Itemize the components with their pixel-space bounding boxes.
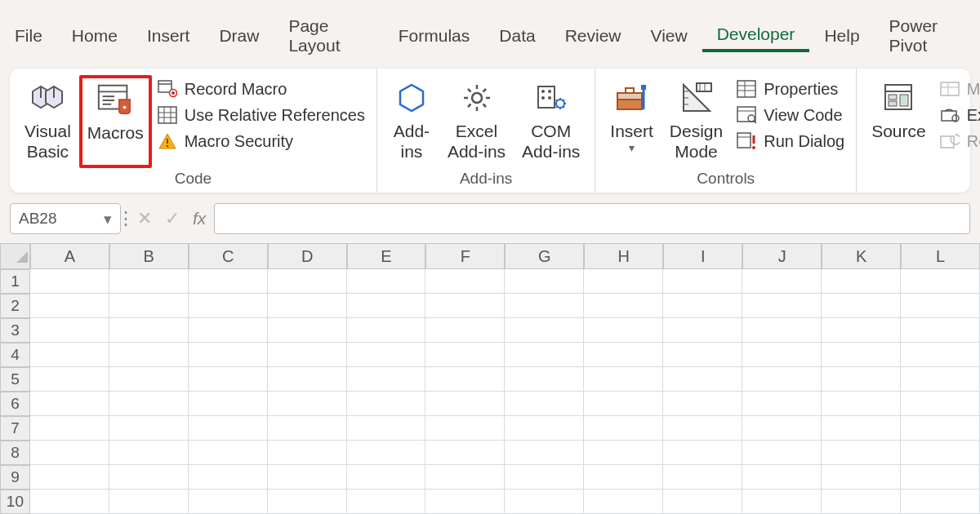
cell[interactable] bbox=[822, 318, 901, 343]
cell[interactable] bbox=[822, 465, 901, 490]
enter-icon[interactable]: ✓ bbox=[165, 208, 180, 229]
row-header-8[interactable]: 8 bbox=[0, 441, 30, 465]
row-header-1[interactable]: 1 bbox=[0, 269, 30, 294]
cell[interactable] bbox=[584, 318, 663, 343]
cell[interactable] bbox=[189, 416, 268, 441]
cell[interactable] bbox=[268, 367, 347, 392]
cell[interactable] bbox=[347, 343, 426, 367]
cell[interactable] bbox=[109, 465, 189, 490]
cell[interactable] bbox=[584, 416, 663, 441]
cell[interactable] bbox=[347, 318, 426, 343]
cell[interactable] bbox=[189, 343, 268, 367]
cell[interactable] bbox=[584, 367, 663, 392]
cell[interactable] bbox=[505, 392, 584, 416]
col-header-B[interactable]: B bbox=[109, 243, 189, 269]
cell[interactable] bbox=[901, 465, 980, 490]
tab-view[interactable]: View bbox=[636, 21, 702, 51]
cell[interactable] bbox=[742, 392, 822, 416]
cell[interactable] bbox=[505, 490, 584, 514]
cell[interactable] bbox=[189, 441, 268, 465]
cell[interactable] bbox=[505, 441, 584, 465]
cell[interactable] bbox=[347, 392, 426, 416]
cell[interactable] bbox=[189, 392, 268, 416]
cell[interactable] bbox=[109, 490, 189, 514]
cell[interactable] bbox=[822, 367, 901, 392]
cell[interactable] bbox=[268, 294, 347, 318]
cell[interactable] bbox=[822, 416, 901, 441]
tab-review[interactable]: Review bbox=[550, 21, 636, 51]
col-header-K[interactable]: K bbox=[822, 243, 901, 269]
cell[interactable] bbox=[742, 318, 822, 343]
cell[interactable] bbox=[109, 318, 189, 343]
cell[interactable] bbox=[584, 343, 663, 367]
cell[interactable] bbox=[663, 490, 742, 514]
col-header-A[interactable]: A bbox=[30, 243, 109, 269]
cell[interactable] bbox=[663, 343, 742, 367]
cell[interactable] bbox=[109, 367, 189, 392]
cell[interactable] bbox=[30, 441, 109, 465]
cell[interactable] bbox=[822, 343, 901, 367]
cell[interactable] bbox=[347, 367, 426, 392]
cell[interactable] bbox=[822, 269, 901, 294]
cell[interactable] bbox=[30, 490, 109, 514]
cell[interactable] bbox=[505, 416, 584, 441]
col-header-C[interactable]: C bbox=[189, 243, 268, 269]
cell[interactable] bbox=[505, 269, 584, 294]
cell[interactable] bbox=[109, 294, 189, 318]
cell[interactable] bbox=[189, 490, 268, 514]
cell[interactable] bbox=[30, 416, 109, 441]
cell[interactable] bbox=[901, 392, 980, 416]
insert-control-button[interactable]: Insert ▾ bbox=[602, 75, 662, 168]
cell[interactable] bbox=[347, 416, 426, 441]
cell[interactable] bbox=[663, 392, 742, 416]
cell[interactable] bbox=[268, 416, 347, 441]
cell[interactable] bbox=[505, 318, 584, 343]
col-header-D[interactable]: D bbox=[268, 243, 347, 269]
cell[interactable] bbox=[268, 269, 347, 294]
cell[interactable] bbox=[347, 441, 426, 465]
row-header-10[interactable]: 10 bbox=[0, 490, 30, 514]
formula-input[interactable] bbox=[214, 203, 970, 234]
cell[interactable] bbox=[268, 392, 347, 416]
cell[interactable] bbox=[268, 343, 347, 367]
cell[interactable] bbox=[901, 269, 980, 294]
excel-addins-button[interactable]: Excel Add-ins bbox=[439, 75, 514, 168]
record-macro-button[interactable]: Record Macro bbox=[157, 78, 365, 100]
cell[interactable] bbox=[742, 294, 822, 318]
cell[interactable] bbox=[425, 367, 505, 392]
cell[interactable] bbox=[425, 465, 505, 490]
cell[interactable] bbox=[425, 294, 505, 318]
cell[interactable] bbox=[189, 318, 268, 343]
cell[interactable] bbox=[189, 367, 268, 392]
cell[interactable] bbox=[425, 441, 505, 465]
cell[interactable] bbox=[663, 367, 742, 392]
cell[interactable] bbox=[425, 318, 505, 343]
cell[interactable] bbox=[425, 416, 505, 441]
tab-draw[interactable]: Draw bbox=[204, 21, 274, 51]
cell[interactable] bbox=[584, 269, 663, 294]
cell[interactable] bbox=[109, 392, 189, 416]
tab-formulas[interactable]: Formulas bbox=[384, 21, 485, 51]
col-header-L[interactable]: L bbox=[901, 243, 980, 269]
cell[interactable] bbox=[584, 441, 663, 465]
cell[interactable] bbox=[30, 465, 109, 490]
macros-button[interactable]: Macros bbox=[79, 75, 152, 168]
run-dialog-button[interactable]: Run Dialog bbox=[736, 131, 844, 152]
cell[interactable] bbox=[347, 269, 426, 294]
row-header-2[interactable]: 2 bbox=[0, 294, 30, 318]
cell[interactable] bbox=[663, 269, 742, 294]
expansion-packs-button[interactable]: Expansion Pa bbox=[939, 104, 980, 126]
tab-power-pivot[interactable]: Power Pivot bbox=[875, 11, 980, 60]
view-code-button[interactable]: View Code bbox=[736, 104, 844, 126]
cell[interactable] bbox=[347, 294, 426, 318]
cell[interactable] bbox=[901, 490, 980, 514]
cell[interactable] bbox=[505, 465, 584, 490]
cell[interactable] bbox=[584, 465, 663, 490]
cell[interactable] bbox=[109, 441, 189, 465]
cell[interactable] bbox=[663, 318, 742, 343]
macro-security-button[interactable]: Macro Security bbox=[157, 131, 365, 152]
cell[interactable] bbox=[30, 392, 109, 416]
col-header-E[interactable]: E bbox=[347, 243, 426, 269]
tab-insert[interactable]: Insert bbox=[132, 21, 205, 51]
cell[interactable] bbox=[901, 343, 980, 367]
